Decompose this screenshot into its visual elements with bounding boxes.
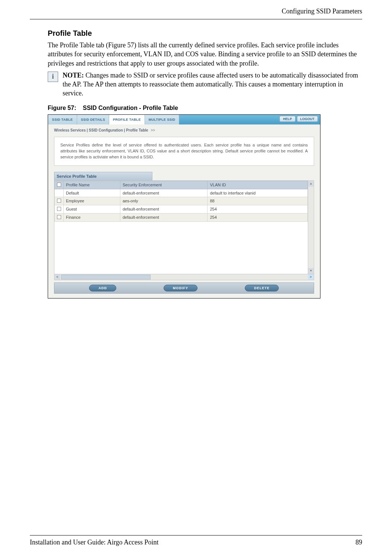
- cell-vlan: 254: [208, 213, 308, 221]
- col-security-enforcement: Security Enforcement: [120, 181, 207, 189]
- table-container: Profile Name Security Enforcement VLAN I…: [54, 180, 308, 274]
- horizontal-scrollbar[interactable]: < >: [54, 274, 314, 280]
- vertical-scrollbar[interactable]: ▲ ▼: [308, 180, 314, 274]
- row-checkbox-cell: [55, 197, 64, 205]
- breadcrumb: Wireless Services | SSID Configuration |…: [48, 124, 320, 135]
- scroll-down-icon[interactable]: ▼: [308, 268, 314, 274]
- delete-button[interactable]: DELETE: [245, 285, 279, 291]
- cell-profile-name: Guest: [64, 205, 120, 213]
- action-bar: ADD MODIFY DELETE: [54, 282, 314, 294]
- row-checkbox[interactable]: [57, 207, 61, 211]
- row-checkbox-cell: [55, 213, 64, 221]
- col-profile-name: Profile Name: [64, 181, 120, 189]
- header-checkbox-cell: [55, 181, 64, 189]
- table-title: Service Profile Table: [54, 172, 152, 180]
- help-button[interactable]: HELP: [279, 116, 295, 122]
- row-checkbox-cell: [55, 205, 64, 213]
- row-checkbox[interactable]: [57, 199, 61, 203]
- select-all-checkbox[interactable]: [57, 183, 61, 187]
- note-body: Changes made to SSID or service profiles…: [63, 72, 358, 97]
- table-row[interactable]: Employee aes-only 88: [55, 197, 308, 205]
- logout-button[interactable]: LOGOUT: [297, 116, 318, 122]
- cell-profile-name: Finance: [64, 213, 120, 221]
- cell-security: default-enforcement: [120, 205, 207, 213]
- col-vlan-id: VLAN ID: [208, 181, 308, 189]
- add-button[interactable]: ADD: [89, 285, 116, 291]
- table-row[interactable]: Default default-enforcement default to i…: [55, 189, 308, 197]
- figure-title: SSID Configuration - Profile Table: [83, 105, 178, 111]
- scroll-left-icon[interactable]: <: [54, 274, 60, 280]
- row-checkbox[interactable]: [57, 215, 61, 219]
- breadcrumb-path: Wireless Services | SSID Configuration |…: [54, 128, 148, 132]
- cell-security: default-enforcement: [120, 189, 207, 197]
- figure-caption: Figure 57: SSID Configuration - Profile …: [48, 105, 362, 111]
- cell-vlan: 254: [208, 205, 308, 213]
- section-title: Profile Table: [48, 29, 362, 38]
- scroll-right-icon[interactable]: >: [308, 274, 314, 280]
- note-block: NOTE: Changes made to SSID or service pr…: [48, 71, 362, 98]
- tab-multiple-ssid[interactable]: MULTIPLE SSID: [145, 115, 180, 124]
- page-number: 89: [355, 538, 362, 546]
- tab-bar: SSID TABLE SSID DETAILS PROFILE TABLE MU…: [48, 115, 320, 124]
- cell-profile-name: Default: [64, 189, 120, 197]
- screenshot-panel: SSID TABLE SSID DETAILS PROFILE TABLE MU…: [48, 114, 320, 298]
- cell-vlan: 88: [208, 197, 308, 205]
- cell-security: aes-only: [120, 197, 207, 205]
- tab-profile-table[interactable]: PROFILE TABLE: [109, 115, 145, 124]
- tab-ssid-details[interactable]: SSID DETAILS: [77, 115, 109, 124]
- description-panel: Service Profiles define the level of ser…: [54, 137, 314, 166]
- table-empty-area: [54, 222, 308, 274]
- row-checkbox-cell: [55, 189, 64, 197]
- table-row[interactable]: Guest default-enforcement 254: [55, 205, 308, 213]
- scroll-up-icon[interactable]: ▲: [308, 181, 314, 187]
- cell-vlan: default to interface vlanid: [208, 189, 308, 197]
- cell-security: default-enforcement: [120, 213, 207, 221]
- table-row[interactable]: Finance default-enforcement 254: [55, 213, 308, 221]
- cell-profile-name: Employee: [64, 197, 120, 205]
- running-header: Configuring SSID Parameters: [30, 7, 362, 19]
- note-text: NOTE: Changes made to SSID or service pr…: [63, 71, 362, 98]
- figure-number: Figure 57:: [48, 105, 76, 111]
- service-profile-table: Profile Name Security Enforcement VLAN I…: [54, 181, 308, 222]
- modify-button[interactable]: MODIFY: [164, 285, 197, 291]
- scrollbar-thumb[interactable]: [61, 275, 151, 279]
- tab-ssid-table[interactable]: SSID TABLE: [48, 115, 77, 124]
- breadcrumb-arrow-icon: >>: [151, 128, 155, 132]
- page-footer: Installation and User Guide: Airgo Acces…: [30, 535, 362, 546]
- footer-left: Installation and User Guide: Airgo Acces…: [30, 538, 159, 546]
- section-body: The Profile Table tab (Figure 57) lists …: [48, 41, 362, 68]
- note-label: NOTE:: [63, 72, 84, 79]
- info-icon: [48, 72, 58, 82]
